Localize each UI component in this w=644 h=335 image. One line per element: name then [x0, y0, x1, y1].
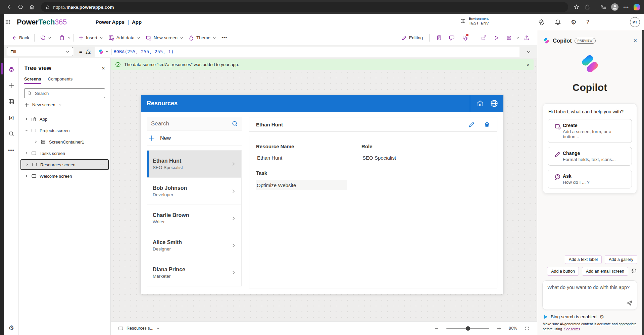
delete-trash-icon[interactable] [484, 121, 490, 128]
formula-input[interactable]: RGBA(255, 255, 255, 1) [95, 47, 519, 57]
undo-button[interactable] [37, 33, 48, 43]
browser-address-bar[interactable]: https://make.powerapps.com [41, 2, 568, 12]
rail-insert-icon[interactable] [6, 81, 16, 90]
publish-icon[interactable] [521, 33, 532, 43]
tree-search-input[interactable] [34, 91, 102, 96]
extensions-puzzle-icon[interactable] [584, 4, 590, 10]
app-notes-icon[interactable] [433, 33, 445, 43]
notification-close-icon[interactable]: × [527, 62, 530, 67]
home-icon[interactable] [476, 99, 485, 108]
paste-button[interactable] [56, 33, 67, 43]
copilot-option-change[interactable]: Change Format fields, text, icons... [548, 147, 632, 166]
chip-add-email-screen[interactable]: Add an email screen [582, 267, 628, 276]
bing-settings-gear-icon[interactable]: ⚙ [600, 314, 604, 319]
edge-copilot-icon[interactable] [634, 4, 640, 10]
browser-profile-avatar[interactable] [611, 3, 618, 11]
formula-copilot-menu[interactable] [98, 49, 112, 55]
user-avatar[interactable]: PT [630, 17, 640, 27]
screen-selector[interactable]: Resources s... [118, 326, 160, 331]
tree-item-app[interactable]: App [19, 113, 110, 125]
chip-add-button[interactable]: Add a button [547, 267, 579, 276]
formula-text[interactable]: RGBA(255, 255, 255, 1) [114, 49, 174, 54]
favorites-bar-icon[interactable] [600, 4, 606, 10]
copilot-close-icon[interactable]: × [633, 38, 637, 44]
copilot-prompt-input[interactable] [547, 284, 633, 301]
editing-mode-button[interactable]: Editing [399, 33, 426, 43]
fit-to-screen-icon[interactable] [525, 326, 530, 331]
tree-item-welcome-screen[interactable]: Welcome screen [19, 170, 110, 182]
add-data-menu[interactable]: Add data [106, 33, 143, 43]
help-icon[interactable]: ? [586, 19, 589, 25]
tree-item-screencontainer1[interactable]: ScreenContainer1 [19, 136, 110, 148]
new-record-button[interactable]: New [147, 130, 242, 146]
formula-bar-expand-icon[interactable] [523, 50, 534, 54]
list-item[interactable]: Diana PrinceMarketer [147, 259, 242, 286]
share-icon[interactable] [478, 33, 489, 43]
tab-components[interactable]: Components [48, 76, 73, 84]
environment-picker[interactable]: Environment TEST_ENV [460, 16, 489, 26]
zoom-slider-thumb[interactable] [466, 326, 470, 331]
rail-variables-icon[interactable]: {x} [6, 114, 16, 122]
tree-item-projects-screen[interactable]: Projects screen [19, 125, 110, 136]
browser-refresh-icon[interactable] [15, 2, 26, 12]
copilot-option-ask[interactable]: Ask How do I ... ? [548, 170, 632, 188]
chip-add-text-label[interactable]: Add a text label [565, 255, 602, 264]
settings-gear-icon[interactable]: ⚙ [571, 19, 577, 25]
rail-search-icon[interactable] [6, 130, 16, 138]
favorite-star-icon[interactable] [574, 4, 580, 10]
browser-home-icon[interactable] [27, 2, 37, 12]
chevron-right-icon[interactable] [25, 174, 28, 178]
lock-icon[interactable] [45, 5, 50, 10]
rail-settings-gear-icon[interactable]: ⚙ [8, 325, 14, 331]
chevron-right-icon[interactable] [25, 117, 28, 121]
refresh-suggestions-icon[interactable] [631, 268, 637, 274]
list-item[interactable]: Charlie BrownWriter [147, 205, 242, 232]
chevron-down-icon[interactable] [25, 129, 28, 132]
chevron-right-icon[interactable] [26, 163, 29, 166]
see-terms-link[interactable]: See terms [564, 327, 580, 331]
comments-icon[interactable] [446, 33, 457, 43]
save-menu-chevron-icon[interactable] [516, 36, 519, 40]
browser-menu-icon[interactable]: ••• [623, 5, 629, 10]
copilot-option-create[interactable]: Create Add a screen, form, or a button..… [548, 119, 632, 143]
rail-data-icon[interactable] [6, 98, 16, 106]
insert-menu[interactable]: Insert [76, 33, 106, 43]
globe-icon[interactable] [490, 99, 499, 108]
list-item[interactable]: Alice SmithDesigner [147, 232, 242, 259]
tree-item-resources-screen[interactable]: Resources screen ⋯ [20, 159, 109, 170]
tree-close-icon[interactable]: × [102, 65, 105, 71]
property-selector[interactable]: Fill [7, 47, 73, 56]
save-icon[interactable] [503, 33, 515, 43]
rail-more-icon[interactable]: ••• [6, 146, 16, 154]
tab-screens[interactable]: Screens [24, 76, 41, 84]
zoom-slider[interactable] [446, 328, 489, 329]
preview-play-icon[interactable] [491, 33, 502, 43]
notifications-bell-icon[interactable] [555, 19, 561, 25]
tree-item-tasks-screen[interactable]: Tasks screen [19, 148, 110, 159]
undo-menu-chevron-icon[interactable] [48, 36, 51, 40]
back-button[interactable]: Back [9, 33, 32, 43]
app-search-input[interactable] [150, 120, 232, 127]
edit-pencil-icon[interactable] [468, 121, 475, 128]
zoom-out-icon[interactable] [434, 326, 439, 331]
tree-new-screen-button[interactable]: New screen [19, 98, 110, 111]
copilot-outline-icon[interactable] [538, 19, 545, 26]
send-icon[interactable] [626, 299, 633, 306]
theme-menu[interactable]: Theme [186, 33, 219, 43]
zoom-in-icon[interactable] [497, 326, 501, 331]
field-value[interactable]: Optimize Website [256, 180, 347, 190]
app-preview[interactable]: Resources [141, 95, 503, 294]
list-item[interactable]: Ethan HuntSEO Specialist [147, 150, 242, 178]
list-item[interactable]: Bob JohnsonDeveloper [147, 177, 242, 205]
app-checker-icon[interactable] [459, 33, 470, 43]
search-icon[interactable] [232, 120, 238, 127]
paste-menu-chevron-icon[interactable] [67, 36, 71, 40]
more-commands-icon[interactable]: ••• [219, 33, 230, 43]
browser-back-icon[interactable] [4, 2, 14, 12]
new-screen-menu[interactable]: New screen [143, 33, 186, 43]
rail-tree-view-icon[interactable] [6, 65, 16, 73]
chip-add-gallery[interactable]: Add a gallery [605, 255, 637, 264]
tree-item-more-icon[interactable]: ⋯ [100, 162, 105, 167]
chevron-right-icon[interactable] [34, 140, 38, 144]
chevron-right-icon[interactable] [25, 152, 28, 155]
